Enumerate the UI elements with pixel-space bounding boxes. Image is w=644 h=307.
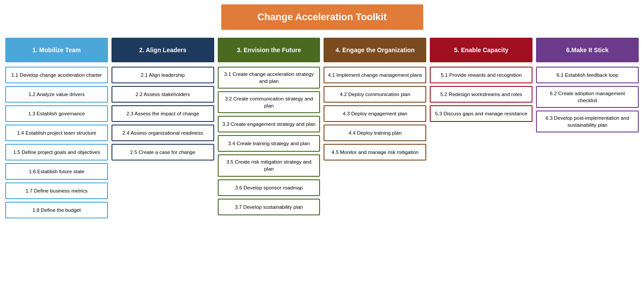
item-col1-4[interactable]: 1.4 Establish project team structure: [5, 125, 108, 141]
page-wrapper: Change Acceleration Toolkit 1. Mobilize …: [0, 0, 644, 225]
item-col5-2[interactable]: 5.2 Redesign workstreams and roles: [430, 86, 532, 103]
item-col5-3[interactable]: 5.3 Discuss gaps and manage resistance: [430, 105, 532, 122]
item-col1-3[interactable]: 1.3 Establish governance: [5, 105, 108, 122]
item-col3-5[interactable]: 3.5 Create risk mitigation strategy and …: [218, 154, 320, 176]
column-col1: 1. Mobilize Team1.1 Develop change accel…: [4, 38, 110, 221]
column-col4: 4. Engage the Organization4.1 Implement …: [322, 38, 428, 163]
item-col4-3[interactable]: 4.3 Deploy engagement plan: [324, 105, 426, 122]
column-col6: 6.Make It Stick6.1 Establish feedback lo…: [534, 38, 640, 135]
item-col1-1[interactable]: 1.1 Develop change acceleration charter: [5, 67, 108, 83]
page-title: Change Acceleration Toolkit: [221, 4, 423, 30]
item-col4-4[interactable]: 4.4 Deploy training plan: [324, 125, 426, 141]
item-col4-2[interactable]: 4.2 Deploy communication plan: [324, 86, 426, 103]
item-col2-3[interactable]: 2.3 Assess the impact of change: [112, 105, 214, 122]
item-col1-2[interactable]: 1.2 Analyze value drivers: [5, 86, 108, 103]
columns-row: 1. Mobilize Team1.1 Develop change accel…: [4, 38, 640, 221]
item-col1-7[interactable]: 1.7 Define business metrics: [5, 182, 108, 199]
item-col4-5[interactable]: 4.5 Monitor and manage risk mitigation: [324, 144, 426, 161]
col-header-col6: 6.Make It Stick: [536, 38, 639, 62]
item-col2-4[interactable]: 2.4 Assess organizational readiness: [112, 125, 214, 141]
item-col1-6[interactable]: 1.6 Establish future state: [5, 163, 108, 180]
item-col2-2[interactable]: 2.2 Assess stakeholders: [112, 86, 214, 103]
column-col2: 2. Align Leaders2.1 Align leadership2.2 …: [110, 38, 216, 163]
col-header-col5: 5. Enable Capacity: [430, 38, 532, 62]
item-col3-2[interactable]: 3.2 Create communication strategy and pl…: [218, 91, 320, 113]
column-col3: 3. Envision the Future3.1 Create change …: [216, 38, 322, 218]
column-col5: 5. Enable Capacity5.1 Provide rewards an…: [428, 38, 534, 125]
item-col3-4[interactable]: 3.4 Create training strategy and plan: [218, 135, 320, 152]
item-col3-7[interactable]: 3.7 Develop sustainability plan: [218, 199, 320, 215]
col-header-col1: 1. Mobilize Team: [5, 38, 108, 62]
item-col6-2[interactable]: 6.2 Create adoption management checklist: [536, 86, 639, 108]
col-header-col2: 2. Align Leaders: [112, 38, 214, 62]
item-col2-1[interactable]: 2.1 Align leadership: [112, 67, 214, 83]
item-col6-1[interactable]: 6.1 Establish feedback loop: [536, 67, 639, 83]
item-col1-5[interactable]: 1.5 Define project goals and objectives: [5, 144, 108, 161]
item-col5-1[interactable]: 5.1 Provide rewards and recognition: [430, 67, 532, 83]
item-col3-1[interactable]: 3.1 Create change acceleration strategy …: [218, 67, 320, 89]
item-col2-5[interactable]: 2.5 Create a case for change: [112, 144, 214, 161]
item-col3-3[interactable]: 3.3 Create engagement strategy and plan: [218, 116, 320, 132]
item-col4-1[interactable]: 4.1 Implement change management plans: [324, 67, 426, 83]
item-col1-8[interactable]: 1.8 Define the budget: [5, 202, 108, 218]
item-col6-3[interactable]: 6.3 Develop post-implementation and sust…: [536, 111, 639, 132]
col-header-col4: 4. Engage the Organization: [324, 38, 426, 62]
col-header-col3: 3. Envision the Future: [218, 38, 320, 62]
item-col3-6[interactable]: 3.6 Develop sponsor roadmap: [218, 179, 320, 196]
